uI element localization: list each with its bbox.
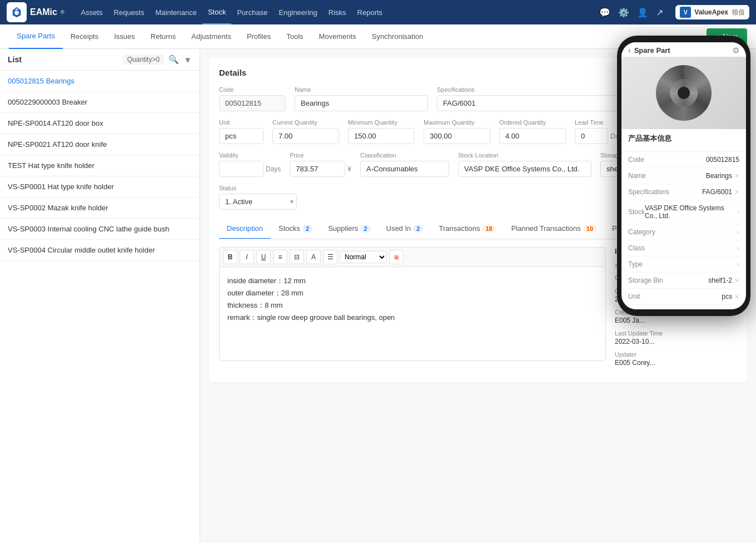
classification-group: Classification A-Consumables B-Spare Par… [360, 152, 449, 177]
desc-value-4: single row deep groove ball bearings, op… [257, 313, 395, 322]
chat-icon[interactable]: 💬 [599, 7, 610, 18]
phone-chevron-icon[interactable]: › [737, 244, 739, 252]
top-nav-item-stock[interactable]: Stock [202, 0, 232, 24]
top-nav-item-requests[interactable]: Requests [108, 0, 150, 24]
bold-button[interactable]: B [223, 250, 237, 264]
sub-nav-item-issues[interactable]: Issues [106, 24, 143, 49]
classification-select[interactable]: A-Consumables B-Spare Parts [360, 161, 449, 177]
italic-button[interactable]: I [240, 250, 254, 264]
min-qty-input[interactable] [348, 128, 415, 144]
detail-tab-stocks[interactable]: Stocks2 [271, 219, 320, 239]
list-item[interactable]: VS-SP0004 Circular middle outlet knife h… [0, 240, 200, 261]
sub-nav-item-tools[interactable]: Tools [278, 24, 311, 49]
logo[interactable]: EAMic ® [7, 2, 64, 22]
source-button[interactable]: ⊞ [389, 250, 404, 264]
logout-icon[interactable]: ↗ [656, 7, 663, 18]
sub-nav-item-profiles[interactable]: Profiles [239, 24, 278, 49]
brand-cn: 领值 [732, 8, 745, 17]
bullet-list-button[interactable]: ≡ [273, 250, 287, 264]
list-item[interactable]: VS-SP0003 Internal cooling CNC lathe gui… [0, 219, 200, 240]
list-item[interactable]: NPE-SP0014 AT120 door box [0, 113, 200, 134]
logo-reg: ® [61, 9, 64, 15]
detail-tab-suppliers[interactable]: Suppliers2 [320, 219, 378, 239]
name-label: Name [295, 86, 428, 93]
format-select[interactable]: Normal Heading 1 Heading 2 [340, 251, 387, 263]
code-label: Code [219, 86, 286, 93]
top-nav-item-purchase[interactable]: Purchase [231, 0, 273, 24]
phone-back-icon[interactable]: ‹ [628, 46, 631, 55]
max-qty-label: Maximum Quantity [424, 119, 490, 126]
editor-body[interactable]: inside diameter：12 mm outer diameter：28 … [219, 266, 606, 361]
phone-field-value: shelf1-2✕ [708, 277, 739, 284]
phone-clear-icon[interactable]: ✕ [734, 189, 739, 196]
desc-label-2: outer diameter： [227, 289, 281, 297]
phone-field-row: Code005012815 [628, 152, 739, 168]
list-item[interactable]: 0050229000003 Breaker [0, 92, 200, 113]
list-item[interactable]: TEST Hat type knife holder [0, 155, 200, 176]
desc-line-1: inside diameter：12 mm [227, 275, 598, 287]
filter-icon[interactable]: ▼ [183, 55, 192, 65]
list-item[interactable]: NPE-SP0021 AT120 door knife [0, 134, 200, 155]
underline-button[interactable]: U [256, 250, 271, 264]
top-nav-item-assets[interactable]: Assets [76, 0, 108, 24]
price-input[interactable] [290, 161, 345, 177]
align-center-button[interactable]: ☰ [323, 250, 337, 264]
search-icon[interactable]: 🔍 [168, 55, 179, 65]
unit-group: Unit [219, 119, 263, 144]
top-nav-item-maintenance[interactable]: Maintenance [150, 0, 202, 24]
brand-logo: V [680, 7, 691, 18]
phone-chevron-icon[interactable]: › [737, 260, 739, 268]
detail-tab-used-in[interactable]: Used In2 [379, 219, 431, 239]
sub-nav-item-spare-parts[interactable]: Spare Parts [9, 24, 63, 49]
phone-field-value: FAG/6001✕ [702, 188, 739, 196]
top-nav-items: AssetsRequestsMaintenanceStockPurchaseEn… [76, 0, 389, 24]
list-item[interactable]: VS-SP0001 Hat type knife holder [0, 176, 200, 198]
status-label: Status [219, 185, 295, 191]
detail-tab-description[interactable]: Description [219, 219, 271, 239]
max-qty-input[interactable] [424, 128, 490, 144]
sub-nav-item-adjustments[interactable]: Adjustments [183, 24, 239, 49]
price-label: Price [290, 152, 351, 159]
phone-clear-icon[interactable]: ✕ [734, 293, 739, 300]
phone-clear-icon[interactable]: ✕ [734, 172, 739, 180]
sub-nav-item-returns[interactable]: Returns [143, 24, 184, 49]
list-item[interactable]: 005012815 Bearings [0, 71, 200, 92]
info-updater-label: Updater [615, 351, 737, 358]
unit-input[interactable] [219, 128, 263, 144]
bearing-inner [670, 79, 698, 107]
detail-tab-transactions[interactable]: Transactions18 [431, 219, 503, 239]
ordered-list-button[interactable]: ⊟ [290, 250, 304, 264]
top-nav-item-engineering[interactable]: Engineering [273, 0, 322, 24]
qty-filter[interactable]: Quantity>0 [123, 55, 164, 65]
settings-icon[interactable]: ⚙️ [618, 7, 629, 18]
code-input[interactable] [219, 95, 286, 111]
phone-field-label: Class [628, 244, 645, 252]
lead-time-input[interactable] [575, 128, 608, 144]
phone-field-row: SpecificationsFAG/6001✕ [628, 184, 739, 200]
max-qty-group: Maximum Quantity [424, 119, 490, 144]
phone-chevron-icon[interactable]: › [737, 208, 739, 216]
validity-group: Validity Days [219, 152, 281, 177]
phone-chevron-icon[interactable]: › [737, 228, 739, 236]
list-item[interactable]: VS-SP0002 Mazak knife holder [0, 198, 200, 219]
validity-input[interactable] [219, 161, 263, 177]
detail-tab-planned-transactions[interactable]: Planned Transactions10 [504, 219, 604, 239]
phone-field-text: shelf1-2 [708, 277, 732, 284]
phone-field-label: Category [628, 228, 655, 236]
phone-field-row: NameBearings✕ [628, 168, 739, 184]
stock-location-select[interactable]: VASP DKE Office Systems Co., Ltd. [458, 161, 591, 177]
sub-nav-item-receipts[interactable]: Receipts [63, 24, 107, 49]
top-nav-item-risks[interactable]: Risks [323, 0, 352, 24]
sub-nav-item-movements[interactable]: Movements [311, 24, 364, 49]
status-select[interactable]: 1. Active 2. Inactive [219, 194, 297, 210]
phone-clear-icon[interactable]: ✕ [734, 277, 739, 284]
current-qty-input[interactable] [272, 128, 339, 144]
name-input[interactable] [295, 95, 428, 111]
sub-nav-items: Spare PartsReceiptsIssuesReturnsAdjustme… [9, 24, 431, 49]
phone-camera-icon[interactable]: ⊙ [733, 46, 739, 55]
align-left-button[interactable]: A [306, 250, 321, 264]
sub-nav-item-synchronisation[interactable]: Synchronisation [364, 24, 431, 49]
top-nav-item-reports[interactable]: Reports [352, 0, 389, 24]
ordered-qty-input[interactable] [499, 128, 566, 144]
user-icon[interactable]: 👤 [637, 7, 648, 18]
